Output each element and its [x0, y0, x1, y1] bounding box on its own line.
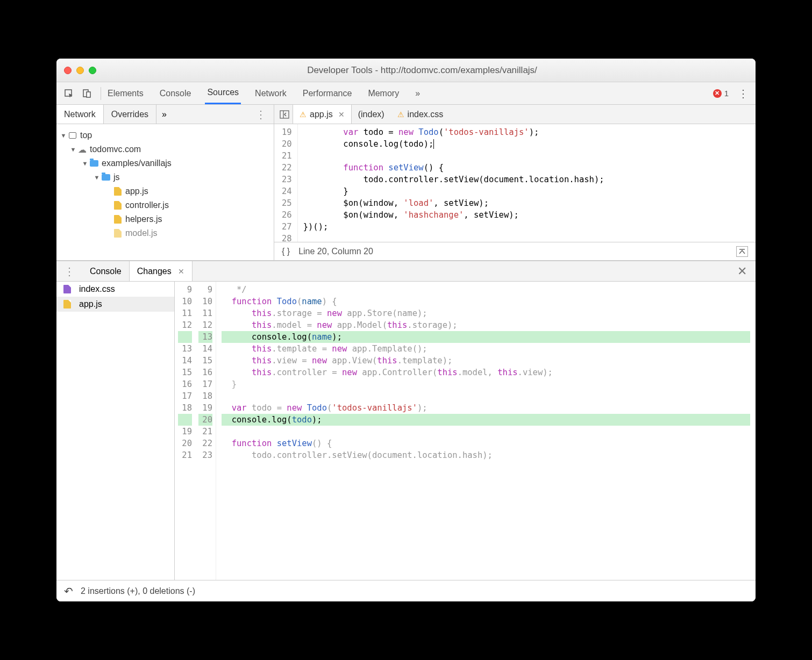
- js-file-icon: [112, 201, 123, 210]
- changed-file[interactable]: app.js: [56, 297, 174, 312]
- window-title: Developer Tools - http://todomvc.com/exa…: [96, 65, 748, 76]
- tree-folder-js[interactable]: ▼js: [60, 170, 270, 184]
- tab-performance[interactable]: Performance: [301, 82, 354, 104]
- changes-statusbar: ↶ 2 insertions (+), 0 deletions (-): [56, 580, 756, 601]
- navigator-pane: Network Overrides » ⋮ ▼top ▼todomvc.com …: [56, 105, 274, 260]
- toggle-details-icon[interactable]: [736, 246, 748, 257]
- tab-elements[interactable]: Elements: [105, 82, 146, 104]
- nav-tab-network[interactable]: Network: [56, 105, 104, 124]
- warning-icon: ⚠: [300, 110, 307, 119]
- revert-icon[interactable]: ↶: [64, 585, 73, 598]
- drawer: ⋮ Console Changes✕ ✕ index.css app.js 91…: [56, 261, 756, 601]
- warning-icon: ⚠: [397, 110, 404, 119]
- source-editor[interactable]: 19202122232425262728 var todo = new Todo…: [274, 124, 756, 242]
- changed-files-list: index.css app.js: [56, 282, 175, 580]
- navigator-tabs: Network Overrides » ⋮: [56, 105, 274, 124]
- folder-icon: [89, 159, 99, 168]
- tab-console[interactable]: Console: [158, 82, 194, 104]
- diff-view[interactable]: 9101112131415161718192021910111213141516…: [175, 282, 756, 580]
- minimize-window-button[interactable]: [76, 67, 84, 74]
- tree-file[interactable]: helpers.js: [60, 212, 270, 226]
- js-file-icon: [112, 229, 123, 238]
- devtools-window: Developer Tools - http://todomvc.com/exa…: [56, 59, 756, 601]
- tab-memory[interactable]: Memory: [366, 82, 401, 104]
- css-file-icon: [62, 285, 73, 293]
- folder-icon: [101, 173, 111, 182]
- drawer-options-icon[interactable]: ⋮: [56, 265, 82, 278]
- editor-tab-index[interactable]: (index): [352, 105, 391, 124]
- drawer-tab-changes[interactable]: Changes✕: [129, 261, 193, 281]
- pretty-print-icon[interactable]: { }: [282, 247, 290, 256]
- inspect-element-icon[interactable]: [62, 87, 76, 101]
- nav-tab-more[interactable]: »: [156, 110, 172, 119]
- settings-menu-icon[interactable]: ⋮: [736, 87, 750, 101]
- editor-tabs: ⚠app.js✕ (index) ⚠index.css: [274, 105, 756, 124]
- js-file-icon: [112, 187, 123, 196]
- js-file-icon: [112, 215, 123, 224]
- close-tab-icon[interactable]: ✕: [178, 267, 184, 276]
- close-window-button[interactable]: [64, 67, 72, 74]
- device-toggle-icon[interactable]: [80, 87, 94, 101]
- tree-file[interactable]: controller.js: [60, 198, 270, 212]
- close-tab-icon[interactable]: ✕: [338, 110, 345, 119]
- nav-tab-overrides[interactable]: Overrides: [104, 105, 156, 124]
- changes-panel: index.css app.js 91011121314151617181920…: [56, 282, 756, 580]
- editor-tab-indexcss[interactable]: ⚠index.css: [391, 105, 450, 124]
- tree-file[interactable]: app.js: [60, 184, 270, 198]
- tree-domain[interactable]: ▼todomvc.com: [60, 142, 270, 156]
- tab-sources[interactable]: Sources: [205, 82, 241, 104]
- zoom-window-button[interactable]: [89, 67, 96, 74]
- titlebar: Developer Tools - http://todomvc.com/exa…: [56, 59, 756, 82]
- panel-tabs: Elements Console Sources Network Perform…: [105, 82, 422, 104]
- nav-options-icon[interactable]: ⋮: [248, 108, 274, 121]
- editor-tab-appjs[interactable]: ⚠app.js✕: [293, 105, 352, 124]
- error-count: 1: [724, 89, 729, 98]
- drawer-tab-console[interactable]: Console: [82, 261, 129, 281]
- drawer-tabs: ⋮ Console Changes✕ ✕: [56, 261, 756, 282]
- error-indicator[interactable]: ✕ 1: [713, 89, 729, 98]
- editor-pane: ⚠app.js✕ (index) ⚠index.css 192021222324…: [274, 105, 756, 260]
- cloud-icon: [77, 145, 88, 154]
- cursor-position: Line 20, Column 20: [298, 247, 373, 256]
- tab-more[interactable]: »: [413, 82, 422, 104]
- tree-folder-examples[interactable]: ▼examples/vanillajs: [60, 156, 270, 170]
- js-file-icon: [62, 300, 73, 309]
- tree-top[interactable]: ▼top: [60, 128, 270, 142]
- error-icon: ✕: [713, 89, 722, 98]
- tab-network[interactable]: Network: [253, 82, 289, 104]
- changes-summary: 2 insertions (+), 0 deletions (-): [81, 586, 195, 596]
- changed-file[interactable]: index.css: [56, 282, 174, 297]
- tree-file[interactable]: model.js: [60, 226, 270, 240]
- main-toolbar: Elements Console Sources Network Perform…: [56, 82, 756, 105]
- file-tree: ▼top ▼todomvc.com ▼examples/vanillajs ▼j…: [56, 124, 274, 260]
- traffic-lights: [64, 67, 96, 74]
- sources-panel: Network Overrides » ⋮ ▼top ▼todomvc.com …: [56, 105, 756, 261]
- editor-statusbar: { } Line 20, Column 20: [274, 242, 756, 260]
- toggle-navigator-icon[interactable]: [276, 107, 293, 122]
- close-drawer-icon[interactable]: ✕: [729, 264, 756, 278]
- svg-rect-2: [87, 92, 90, 97]
